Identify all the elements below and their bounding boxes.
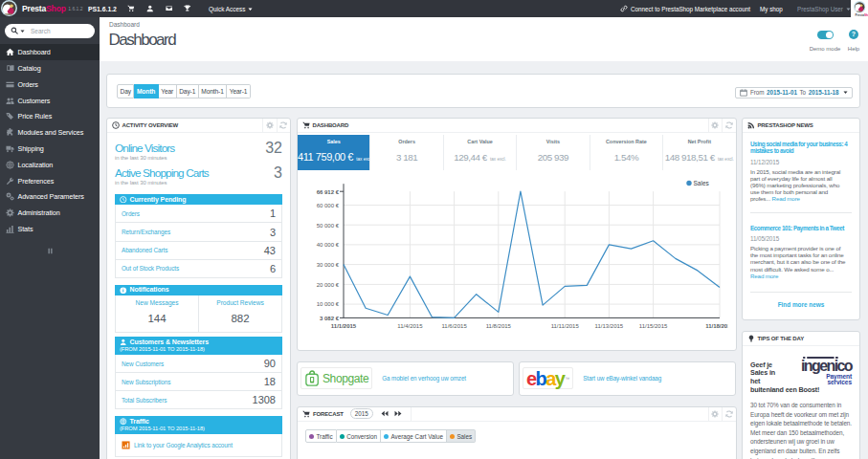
caret-down-icon <box>20 29 25 33</box>
forecast-legend-traffic[interactable]: Traffic <box>305 429 337 443</box>
range-button-month[interactable]: Month <box>134 84 158 98</box>
kpi-suffix: tax excl. <box>489 157 506 162</box>
notification-label[interactable]: Product Reviews <box>199 299 281 306</box>
kpi-cart-value[interactable]: Cart Value129,44 € tax excl. <box>444 135 517 170</box>
range-button-day-1[interactable]: Day-1 <box>177 84 199 98</box>
sidebar-item-dashboard[interactable]: Dashboard <box>0 44 100 60</box>
traffic-banner: Traffic(FROM 2015-11-01 TO 2015-11-18) <box>115 416 282 434</box>
my-shop-link[interactable]: My shop <box>760 0 783 17</box>
kpi-conversion-rate[interactable]: Conversion Rate1.54% <box>590 135 663 170</box>
sidebar-item-localization[interactable]: Localization <box>0 157 100 173</box>
kpi-visits[interactable]: Visits205 939 <box>517 135 590 170</box>
panel-refresh-button[interactable] <box>722 406 736 421</box>
sidebar-item-price-rules[interactable]: Price Rules <box>0 108 100 124</box>
sidebar-item-stats[interactable]: Stats <box>0 221 100 237</box>
activity-row-label[interactable]: Out of Stock Products <box>122 265 179 272</box>
search-box[interactable] <box>5 24 95 38</box>
forecast-legend-average-cart-value[interactable]: Average Cart Value <box>381 429 447 443</box>
dashboard-panel-header: DASHBOARD <box>298 119 736 133</box>
sidebar-item-catalog[interactable]: Catalog <box>0 60 100 76</box>
globe-icon <box>120 418 127 426</box>
range-button-year-1[interactable]: Year-1 <box>227 84 251 98</box>
topbar: PrestaShop 1.6.1.2 PS1.6.1.2 Quick Acces… <box>0 0 868 17</box>
wrench-icon <box>6 177 14 186</box>
person-icon <box>120 339 127 346</box>
stat-label[interactable]: Online Visitors <box>115 142 174 154</box>
sidebar-item-modules-and-services[interactable]: Modules and Services <box>0 124 100 141</box>
sidebar-item-shipping[interactable]: Shipping <box>0 141 100 157</box>
page-header: Dashboard Dashboard Demo mode ? Help <box>100 17 868 61</box>
sidebar-item-preferences[interactable]: Preferences <box>0 173 100 189</box>
sidebar-item-advanced-parameters[interactable]: Advanced Parameters <box>0 188 100 205</box>
kpi-orders[interactable]: Orders3 181 <box>370 135 443 170</box>
y-tick-label: 20 000 € <box>317 281 340 287</box>
demo-mode-toggle[interactable] <box>817 31 834 39</box>
activity-row-label[interactable]: Abandoned Carts <box>122 247 167 253</box>
range-button-year[interactable]: Year <box>159 84 177 98</box>
stat-label[interactable]: Active Shopping Carts <box>115 167 209 179</box>
news-article-date: 11/12/2015 <box>750 159 852 165</box>
news-article-title[interactable]: Ecommerce 101: Payments in a Tweet <box>750 225 852 231</box>
activity-row-label[interactable]: Total Subscribers <box>122 397 167 404</box>
forecast-year-pill[interactable]: 2015 <box>350 408 373 419</box>
activity-row-label[interactable]: Return/Exchanges <box>122 229 170 235</box>
y-tick-label: 60 000 € <box>317 202 340 208</box>
sidebar-item-administration[interactable]: Administration <box>0 205 100 221</box>
date-range-picker[interactable]: From 2015-11-01 To 2015-11-18 <box>735 87 853 99</box>
sidebar-item-label: Customers <box>18 97 51 105</box>
google-analytics-row: Link to your Google Analytics account <box>115 434 282 457</box>
user-menu[interactable]: PrestaShop User <box>797 0 851 17</box>
marketplace-link[interactable]: Connect to PrestaShop Marketplace accoun… <box>620 0 750 17</box>
forecast-legend-sales[interactable]: Sales <box>447 429 476 443</box>
range-button-month-1[interactable]: Month-1 <box>199 84 228 98</box>
sidebar-item-label: Modules and Services <box>18 128 84 137</box>
news-article-title[interactable]: Using social media for your business: 4 … <box>750 141 852 155</box>
sidebar-item-orders[interactable]: Orders <box>0 76 100 93</box>
activity-row-label[interactable]: New Subscriptions <box>122 379 170 385</box>
news-article-body: Picking a payment provider is one of the… <box>750 245 847 279</box>
legend-dot <box>309 434 314 439</box>
legend-label[interactable]: Sales <box>694 180 710 186</box>
kpi-value: 129,44 € tax excl. <box>444 152 516 163</box>
notification-label[interactable]: New Messages <box>116 299 198 306</box>
from-date: 2015-11-01 <box>767 89 797 96</box>
shopgate-bag-icon <box>304 370 321 386</box>
prestashop-avatar-icon <box>854 1 866 13</box>
forecast-legend-conversion[interactable]: Conversion <box>337 429 381 443</box>
find-more-news-link[interactable]: Find more news <box>750 301 852 308</box>
clock-icon <box>112 121 120 129</box>
notification-value: 882 <box>199 313 281 324</box>
help-button[interactable]: ? <box>849 30 858 39</box>
kpi-value: 1.54% <box>590 152 662 163</box>
panel-refresh-button[interactable] <box>722 119 736 132</box>
panel-refresh-button[interactable] <box>277 119 291 132</box>
panel-settings-button[interactable] <box>262 119 277 132</box>
ebay-link[interactable]: Start uw eBay-winkel vandaag <box>583 375 661 382</box>
caret-down-icon <box>843 90 848 95</box>
range-button-day[interactable]: Day <box>117 84 134 98</box>
activity-stat: Active Shopping Carts3in the last 30 min… <box>107 167 290 186</box>
read-more-link[interactable]: Read more <box>750 273 778 279</box>
activity-row-label[interactable]: Orders <box>122 210 140 217</box>
puzzle-icon <box>6 128 14 137</box>
panel-settings-button[interactable] <box>708 119 723 132</box>
user-avatar[interactable]: PrestaShop <box>851 0 868 19</box>
activity-row-label[interactable]: New Customers <box>122 361 164 367</box>
search-input[interactable] <box>31 28 78 34</box>
ingenico-logo: ingenico Paymentservices <box>783 355 852 386</box>
forward-icon[interactable] <box>394 410 402 417</box>
google-analytics-link[interactable]: Link to your Google Analytics account <box>134 442 233 448</box>
sidebar-item-label: Preferences <box>18 177 55 186</box>
notification-cell: New Messages144 <box>116 295 198 332</box>
sidebar-item-customers[interactable]: Customers <box>0 93 100 109</box>
panel-settings-button[interactable] <box>708 406 723 421</box>
customers-newsletters-banner: Customers & Newsletters(FROM 2015-11-01 … <box>115 337 282 355</box>
activity-row: Return/Exchanges3 <box>115 223 282 241</box>
kpi-sales[interactable]: Sales411 759,00 € tax excl. <box>298 135 370 170</box>
shopgate-link[interactable]: Ga mobiel en verhoog uw omzet <box>382 375 466 382</box>
read-more-link[interactable]: Read more <box>772 195 800 202</box>
my-shop-label: My shop <box>760 6 783 12</box>
kpi-net-profit[interactable]: Net Profit148 918,51 € tax excl. <box>663 135 735 170</box>
menu-collapse-button[interactable] <box>0 242 100 259</box>
backward-icon[interactable] <box>381 410 389 417</box>
